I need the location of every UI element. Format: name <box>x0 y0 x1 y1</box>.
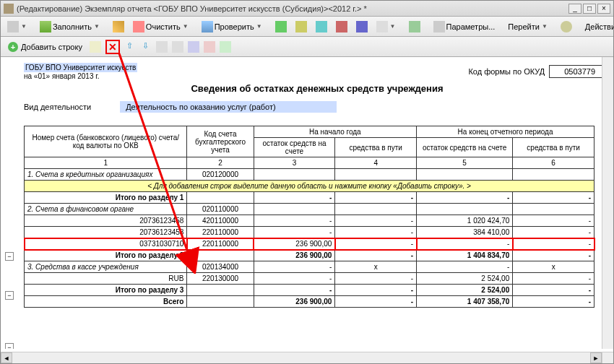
section-2-header[interactable]: 2. Счета в финансовом органе 020110000 <box>25 204 594 215</box>
horizontal-scrollbar[interactable]: ◄ ► <box>1 352 602 363</box>
report-date: на «01» января 2013 г. <box>24 72 99 80</box>
colnum-5: 5 <box>417 157 513 169</box>
clear-button[interactable]: Очистить▼ <box>129 19 192 35</box>
minimize-button[interactable]: _ <box>568 4 581 14</box>
sort-asc-icon[interactable] <box>156 41 168 53</box>
tree-collapse-2[interactable]: − <box>5 291 14 300</box>
goto-button[interactable]: Перейти▼ <box>504 19 551 35</box>
params-label: Параметры... <box>446 22 496 31</box>
add-hint-row[interactable]: < Для добавления строк выделите данную о… <box>25 181 594 192</box>
fill-label: Заполнить <box>53 22 92 31</box>
actions-button[interactable]: Действия▼ <box>581 19 614 35</box>
colnum-2: 2 <box>187 157 254 169</box>
document-title: Сведения об остатках денежных средств уч… <box>24 83 610 94</box>
grid-icon-2[interactable] <box>292 19 311 35</box>
section-2-total[interactable]: Итого по разделу 2 236 900,00 - 1 404 83… <box>25 250 594 261</box>
titlebar: (Редактирование) Экземпляр отчета <ГОБУ … <box>1 1 613 17</box>
expand-icon[interactable] <box>353 19 371 35</box>
grand-total[interactable]: Всего 236 900,00 - 1 407 358,70 - <box>25 296 594 308</box>
export-icon[interactable] <box>220 41 231 53</box>
app-icon <box>4 4 14 14</box>
report-table: Номер счета (банковского (лицевого) счет… <box>24 126 594 308</box>
tree-collapse-3[interactable]: − <box>5 343 14 349</box>
vertical-scrollbar[interactable] <box>602 57 613 349</box>
col-group-start: На начало года <box>254 126 416 138</box>
document-content: ГОБУ ВПО Университет искусств на «01» ян… <box>1 57 613 349</box>
resize-corner[interactable] <box>602 352 613 363</box>
close-button[interactable]: × <box>597 4 610 14</box>
up-icon[interactable]: ⇧ <box>124 41 136 53</box>
report-window: (Редактирование) Экземпляр отчета <ГОБУ … <box>0 0 614 364</box>
grid-icon-1[interactable] <box>272 19 290 35</box>
delete-row-button[interactable]: ✕ <box>105 40 120 54</box>
add-row-label: Добавить строку <box>21 43 82 51</box>
table-row[interactable]: 20736123458 220110000 -- 384 410,00 - <box>25 227 594 238</box>
table-row[interactable]: RUB 220130000 -- 2 524,00 - <box>25 273 594 285</box>
col-group-end: На конец отчетного периода <box>417 126 594 138</box>
window-title: (Редактирование) Экземпляр отчета <ГОБУ … <box>17 4 568 13</box>
sort-desc-icon[interactable] <box>172 41 183 53</box>
col-end-put: средства в пути <box>513 138 594 157</box>
actions-label: Действия <box>585 22 614 31</box>
cursor-icon[interactable]: ▼ <box>373 19 399 35</box>
params-button[interactable]: Параметры... <box>430 19 499 35</box>
copy-icon[interactable] <box>90 41 101 53</box>
okud-label: Код формы по ОКУД <box>468 67 545 76</box>
clear-label: Очистить <box>146 22 181 31</box>
colnum-1: 1 <box>25 157 187 169</box>
plus-icon: + <box>8 42 18 52</box>
colnum-4: 4 <box>335 157 417 169</box>
scroll-right-icon[interactable]: ► <box>590 352 602 363</box>
down-icon[interactable]: ⇩ <box>140 41 152 53</box>
section-1-total[interactable]: Итого по разделу 1 ---- <box>25 192 594 204</box>
fill-button[interactable]: Заполнить▼ <box>36 19 103 35</box>
add-row-button[interactable]: + Добавить строку <box>4 40 87 53</box>
main-toolbar: ▼ Заполнить▼ Очистить▼ Проверить▼ ▼ Пара… <box>1 17 613 37</box>
col-code: Код счета бухгалтерского учета <box>187 126 254 157</box>
col-end-ost: остаток средств на счете <box>417 138 513 157</box>
help-icon[interactable] <box>557 19 576 35</box>
filter-clear-icon[interactable] <box>204 41 215 53</box>
section-1-header[interactable]: 1. Счета в кредитных организациях 020120… <box>25 169 594 181</box>
org-info: ГОБУ ВПО Университет искусств на «01» ян… <box>24 63 137 80</box>
check-label: Проверить <box>215 22 254 31</box>
maximize-button[interactable]: □ <box>583 4 596 14</box>
col-start-put: средства в пути <box>335 138 417 157</box>
filter-icon[interactable] <box>188 41 199 53</box>
okud-block: Код формы по ОКУД 0503779 <box>468 63 610 80</box>
check-button[interactable]: Проверить▼ <box>198 19 266 35</box>
highlighted-row[interactable]: 03731030710 220110000 236 900,00 --- <box>25 238 594 250</box>
section-3-header[interactable]: 3. Средства в кассе учреждения 020134000… <box>25 261 594 273</box>
colnum-6: 6 <box>513 157 594 169</box>
activity-value[interactable]: Деятельность по оказанию услуг (работ) <box>120 101 337 113</box>
delete-x-icon: ✕ <box>108 41 117 53</box>
scroll-left-icon[interactable]: ◄ <box>1 352 12 363</box>
refresh-icon[interactable] <box>405 19 424 35</box>
row-toolbar: + Добавить строку ✕ ⇧ ⇩ <box>1 37 613 57</box>
goto-label: Перейти <box>508 22 540 31</box>
col-start-ost: остаток средств на счете <box>254 138 335 157</box>
activity-label: Вид деятельности <box>24 103 91 111</box>
section-3-total[interactable]: Итого по разделу 3 -- 2 524,00 - <box>25 285 594 296</box>
pencil-icon[interactable] <box>109 19 128 35</box>
tree-collapse-1[interactable]: − <box>5 252 14 261</box>
table-row[interactable]: 20736123458 420110000 -- 1 020 424,70 - <box>25 215 594 227</box>
menu-icon[interactable]: ▼ <box>4 19 30 35</box>
colnum-3: 3 <box>254 157 335 169</box>
collapse-icon[interactable] <box>332 19 351 35</box>
col-account: Номер счета (банковского (лицевого) счет… <box>25 126 187 157</box>
org-name: ГОБУ ВПО Университет искусств <box>24 63 137 72</box>
grid-icon-3[interactable] <box>312 19 331 35</box>
